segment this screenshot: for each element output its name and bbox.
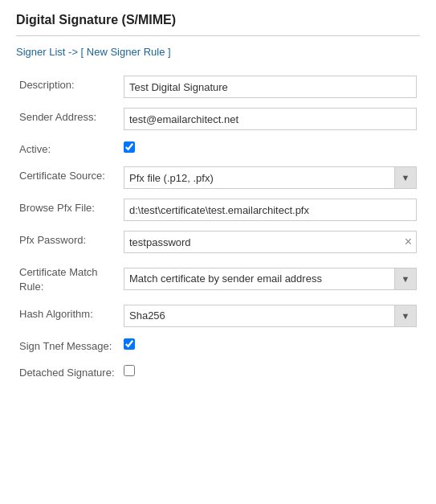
form-table: Description: Sender Address: Active: Cer… xyxy=(16,71,420,385)
detached-signature-row: Detached Signature: xyxy=(16,359,420,385)
hash-algorithm-row: Hash Algorithm: Sha256 ▼ xyxy=(16,300,420,332)
browse-pfx-row: Browse Pfx File: xyxy=(16,194,420,226)
sender-address-label: Sender Address: xyxy=(16,103,120,135)
detached-signature-checkbox[interactable] xyxy=(124,365,135,376)
certificate-match-wrapper: Match certificate by sender email addres… xyxy=(124,268,417,290)
description-row: Description: xyxy=(16,71,420,103)
hash-algorithm-wrapper: Sha256 ▼ xyxy=(124,305,417,327)
breadcrumb-current[interactable]: [ New Signer Rule ] xyxy=(81,46,171,58)
breadcrumb-arrow: -> xyxy=(68,46,81,58)
browse-pfx-input[interactable] xyxy=(124,199,417,221)
detached-signature-label: Detached Signature: xyxy=(16,359,120,385)
sender-address-input[interactable] xyxy=(124,108,417,130)
certificate-source-wrapper: Pfx file (.p12, .pfx) ▼ xyxy=(124,166,417,189)
sign-tnef-label: Sign Tnef Message: xyxy=(16,332,120,359)
description-input[interactable] xyxy=(124,76,417,98)
page-title: Digital Signature (S/MIME) xyxy=(16,13,420,27)
active-label: Active: xyxy=(16,135,120,162)
certificate-match-label: Certificate Match Rule: xyxy=(16,258,120,299)
sign-tnef-row: Sign Tnef Message: xyxy=(16,332,420,359)
certificate-match-row: Certificate Match Rule: Match certificat… xyxy=(16,258,420,299)
sign-tnef-checkbox[interactable] xyxy=(124,338,135,350)
certificate-source-select[interactable]: Pfx file (.p12, .pfx) xyxy=(124,166,417,189)
breadcrumb-signer-list[interactable]: Signer List xyxy=(16,46,65,58)
description-label: Description: xyxy=(16,71,120,103)
sender-address-row: Sender Address: xyxy=(16,103,420,135)
pfx-password-wrapper: × xyxy=(124,231,417,253)
pfx-password-input[interactable] xyxy=(124,231,417,253)
breadcrumb: Signer List -> [ New Signer Rule ] xyxy=(16,46,420,58)
browse-pfx-label[interactable]: Browse Pfx File: xyxy=(16,194,120,226)
hash-algorithm-label: Hash Algorithm: xyxy=(16,300,120,332)
certificate-source-row: Certificate Source: Pfx file (.p12, .pfx… xyxy=(16,162,420,194)
certificate-match-select[interactable]: Match certificate by sender email addres… xyxy=(124,268,417,290)
divider xyxy=(16,35,420,36)
pfx-password-label: Pfx Password: xyxy=(16,226,120,258)
pfx-password-clear-button[interactable]: × xyxy=(405,236,412,248)
hash-algorithm-select[interactable]: Sha256 xyxy=(124,305,417,327)
certificate-source-label: Certificate Source: xyxy=(16,162,120,194)
pfx-password-row: Pfx Password: × xyxy=(16,226,420,258)
active-row: Active: xyxy=(16,135,420,162)
active-checkbox[interactable] xyxy=(124,141,135,153)
